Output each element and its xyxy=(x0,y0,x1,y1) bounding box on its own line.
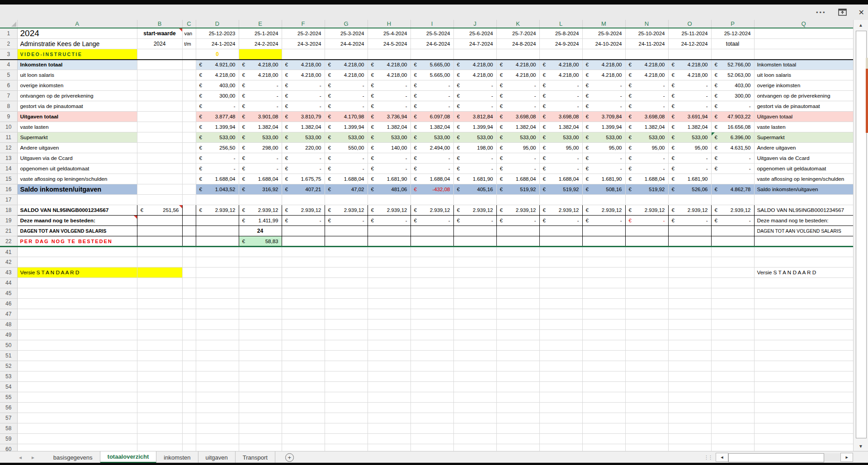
cell-H13[interactable]: €- xyxy=(368,153,410,164)
cell-K46[interactable] xyxy=(496,299,539,309)
cell-F7[interactable]: €- xyxy=(282,91,325,101)
cell-J22[interactable] xyxy=(453,236,496,247)
cell-H45[interactable] xyxy=(368,288,410,299)
cell-H42[interactable] xyxy=(368,257,410,268)
cell-E11[interactable]: €533,00 xyxy=(239,132,282,143)
cell-B8[interactable] xyxy=(137,101,182,112)
cell-N46[interactable] xyxy=(625,299,668,309)
cell-D12[interactable]: €256,50 xyxy=(196,143,239,153)
cell-E7[interactable]: €- xyxy=(239,91,282,101)
col-header-J[interactable]: J xyxy=(453,20,496,28)
cell-G42[interactable] xyxy=(325,257,368,268)
cell-G44[interactable] xyxy=(325,278,368,288)
cell-C13[interactable] xyxy=(182,153,196,164)
cell-A17[interactable] xyxy=(17,195,137,205)
cell-G19[interactable]: €- xyxy=(325,216,368,226)
cell-I60[interactable] xyxy=(410,444,453,451)
cell-D1[interactable]: 25-12-2023 xyxy=(196,28,239,39)
cell-P59[interactable] xyxy=(711,434,754,444)
cell-A60[interactable] xyxy=(17,444,137,451)
cell-J12[interactable]: €198,00 xyxy=(453,143,496,153)
cell-O47[interactable] xyxy=(668,309,711,319)
cell-H14[interactable]: €- xyxy=(368,164,410,174)
cell-C3[interactable] xyxy=(182,49,196,60)
cell-N5[interactable]: €4.218,00 xyxy=(625,70,668,80)
cell-I22[interactable] xyxy=(410,236,453,247)
cell-L11[interactable]: €533,00 xyxy=(539,132,582,143)
cell-A18[interactable]: SALDO VAN NL95INGB0001234567 xyxy=(17,205,137,216)
cell-H4[interactable]: €4.218,00 xyxy=(368,60,410,70)
cell-J9[interactable]: €3.812,84 xyxy=(453,112,496,122)
cell-E43[interactable] xyxy=(239,268,282,278)
row-header-5[interactable]: 5 xyxy=(0,70,17,80)
cell-P55[interactable] xyxy=(711,392,754,403)
row-header-49[interactable]: 49 xyxy=(0,330,17,340)
cell-A14[interactable]: opgenomen uit geldautomaat xyxy=(17,164,137,174)
cell-L5[interactable]: €4.218,00 xyxy=(539,70,582,80)
cell-F4[interactable]: €4.218,00 xyxy=(282,60,325,70)
cell-G10[interactable]: €1.399,94 xyxy=(325,122,368,132)
cell-B47[interactable] xyxy=(137,309,182,319)
cell-G7[interactable]: €- xyxy=(325,91,368,101)
cell-A43[interactable]: Versie S T A N D A A R D xyxy=(17,268,137,278)
cell-L6[interactable]: €- xyxy=(539,80,582,91)
cell-P6[interactable]: €403,00 xyxy=(711,80,754,91)
cell-J17[interactable] xyxy=(453,195,496,205)
cell-H17[interactable] xyxy=(368,195,410,205)
cell-N15[interactable]: €1.688,04 xyxy=(625,174,668,184)
row-header-45[interactable]: 45 xyxy=(0,288,17,299)
cell-K58[interactable] xyxy=(496,423,539,434)
cell-P48[interactable] xyxy=(711,319,754,330)
cell-I57[interactable] xyxy=(410,413,453,423)
cell-B57[interactable] xyxy=(137,413,182,423)
cell-L44[interactable] xyxy=(539,278,582,288)
cell-H1[interactable]: 25-4-2024 xyxy=(368,28,410,39)
cell-D4[interactable]: €4.921,00 xyxy=(196,60,239,70)
cell-K50[interactable] xyxy=(496,340,539,351)
cell-G8[interactable]: €- xyxy=(325,101,368,112)
cell-O2[interactable]: 24-12-2024 xyxy=(668,39,711,49)
cell-A3[interactable]: VIDEO-INSTRUCTIE xyxy=(17,49,137,60)
cell-D3[interactable]: 0 xyxy=(196,49,239,60)
cell-Q52[interactable] xyxy=(754,361,853,371)
cell-K55[interactable] xyxy=(496,392,539,403)
cell-F5[interactable]: €4.218,00 xyxy=(282,70,325,80)
cell-J1[interactable]: 25-6-2024 xyxy=(453,28,496,39)
cell-B13[interactable] xyxy=(137,153,182,164)
cell-P9[interactable]: €47.903,22 xyxy=(711,112,754,122)
cell-K43[interactable] xyxy=(496,268,539,278)
cell-B22[interactable] xyxy=(137,236,182,247)
cell-M3[interactable] xyxy=(582,49,625,60)
cell-F15[interactable]: €1.675,75 xyxy=(282,174,325,184)
cell-N43[interactable] xyxy=(625,268,668,278)
cell-I13[interactable]: €- xyxy=(410,153,453,164)
cell-Q41[interactable] xyxy=(754,247,853,257)
cell-M13[interactable]: €- xyxy=(582,153,625,164)
cell-D43[interactable] xyxy=(196,268,239,278)
cell-E51[interactable] xyxy=(239,351,282,361)
cell-F22[interactable] xyxy=(282,236,325,247)
cell-A13[interactable]: Uitgaven via de Ccard xyxy=(17,153,137,164)
cell-C5[interactable] xyxy=(182,70,196,80)
cell-H12[interactable]: €140,00 xyxy=(368,143,410,153)
cell-N51[interactable] xyxy=(625,351,668,361)
cell-A22[interactable]: PER DAG NOG TE BESTEDEN xyxy=(17,236,137,247)
cell-E53[interactable] xyxy=(239,371,282,382)
cell-K53[interactable] xyxy=(496,371,539,382)
cell-K2[interactable]: 24-8-2024 xyxy=(496,39,539,49)
cell-P44[interactable] xyxy=(711,278,754,288)
cell-D48[interactable] xyxy=(196,319,239,330)
row-header-15[interactable]: 15 xyxy=(0,174,17,184)
cell-L3[interactable] xyxy=(539,49,582,60)
cell-G56[interactable] xyxy=(325,403,368,413)
cell-K19[interactable]: €- xyxy=(496,216,539,226)
cell-H41[interactable] xyxy=(368,247,410,257)
cell-M9[interactable]: €3.709,84 xyxy=(582,112,625,122)
cell-L57[interactable] xyxy=(539,413,582,423)
cell-B46[interactable] xyxy=(137,299,182,309)
cell-K14[interactable]: €- xyxy=(496,164,539,174)
horizontal-scroll-track[interactable] xyxy=(728,453,840,461)
cell-N13[interactable]: €- xyxy=(625,153,668,164)
cell-A52[interactable] xyxy=(17,361,137,371)
row-header-52[interactable]: 52 xyxy=(0,361,17,371)
